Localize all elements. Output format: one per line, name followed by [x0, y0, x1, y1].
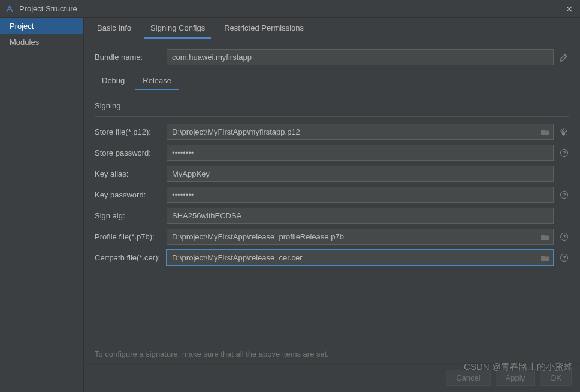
store-file-input[interactable]: [167, 124, 554, 140]
section-title-signing: Signing: [95, 95, 569, 117]
row-store-password: Store password:: [95, 145, 569, 161]
sidebar-item-project[interactable]: Project: [0, 18, 83, 34]
sub-tab-label: Debug: [102, 76, 125, 85]
signing-form: Store file(*.p12): Store password:: [95, 124, 569, 266]
sub-tabs: Debug Release: [95, 72, 569, 90]
row-sign-alg: Sign alg: •: [95, 208, 569, 224]
titlebar: Project Structure: [0, 0, 580, 18]
label-bundle-name: Bundle name:: [95, 53, 162, 62]
label-sign-alg: Sign alg:: [95, 211, 162, 220]
key-alias-input[interactable]: [167, 166, 554, 182]
help-icon[interactable]: [558, 232, 569, 241]
sub-tab-release[interactable]: Release: [135, 72, 179, 90]
row-bundle-name: Bundle name:: [95, 49, 569, 65]
tab-label: Restricted Permissions: [224, 23, 304, 32]
sidebar-item-label: Project: [10, 22, 34, 31]
app-icon: [5, 4, 14, 14]
folder-icon[interactable]: [540, 128, 550, 136]
tab-label: Signing Configs: [150, 23, 205, 32]
sign-alg-input[interactable]: [167, 208, 554, 224]
sidebar: Project Modules: [0, 18, 84, 392]
folder-icon[interactable]: [540, 233, 550, 241]
key-password-input[interactable]: [167, 187, 554, 203]
row-store-file: Store file(*.p12):: [95, 124, 569, 140]
folder-icon[interactable]: [540, 254, 550, 262]
window-title: Project Structure: [19, 4, 563, 13]
tab-signing-configs[interactable]: Signing Configs: [144, 18, 211, 39]
sub-tab-debug[interactable]: Debug: [95, 72, 132, 90]
label-key-alias: Key alias:: [95, 169, 162, 178]
tabs: Basic Info Signing Configs Restricted Pe…: [84, 18, 580, 39]
sub-tab-label: Release: [143, 76, 171, 85]
row-key-password: Key password:: [95, 187, 569, 203]
label-store-password: Store password:: [95, 148, 162, 157]
svg-point-1: [560, 191, 567, 198]
row-profile-file: Profile file(*.p7b):: [95, 229, 569, 245]
label-key-password: Key password:: [95, 190, 162, 199]
sidebar-item-label: Modules: [10, 38, 39, 47]
tab-basic-info[interactable]: Basic Info: [91, 18, 137, 39]
edit-icon[interactable]: [558, 53, 569, 62]
svg-point-0: [560, 149, 567, 156]
content: Project Modules Basic Info Signing Confi…: [0, 18, 580, 392]
close-icon[interactable]: [563, 3, 575, 15]
tab-restricted-permissions[interactable]: Restricted Permissions: [218, 18, 310, 39]
row-certpath-file: Certpath file(*.cer):: [95, 250, 569, 266]
label-profile-file: Profile file(*.p7b):: [95, 232, 162, 241]
help-icon[interactable]: [558, 148, 569, 157]
row-key-alias: Key alias: •: [95, 166, 569, 182]
sidebar-item-modules[interactable]: Modules: [0, 34, 83, 50]
fingerprint-icon[interactable]: [558, 127, 569, 137]
footer: Cancel Apply OK: [84, 363, 580, 392]
store-password-input[interactable]: [167, 145, 554, 161]
hint-text: To configure a signature, make sure that…: [95, 350, 569, 363]
form-area: Bundle name: Debug Release Signing Store…: [84, 39, 580, 363]
svg-point-3: [560, 254, 567, 261]
ok-button[interactable]: OK: [540, 370, 572, 386]
help-icon[interactable]: [558, 253, 569, 262]
label-store-file: Store file(*.p12):: [95, 127, 162, 136]
svg-point-2: [560, 233, 567, 240]
apply-button[interactable]: Apply: [496, 370, 536, 386]
cancel-button[interactable]: Cancel: [446, 370, 490, 386]
certpath-file-input[interactable]: [167, 250, 554, 266]
profile-file-input[interactable]: [167, 229, 554, 245]
tab-label: Basic Info: [97, 23, 131, 32]
bundle-name-input[interactable]: [167, 49, 554, 65]
main: Basic Info Signing Configs Restricted Pe…: [84, 18, 580, 392]
label-certpath-file: Certpath file(*.cer):: [95, 253, 162, 262]
help-icon[interactable]: [558, 190, 569, 199]
